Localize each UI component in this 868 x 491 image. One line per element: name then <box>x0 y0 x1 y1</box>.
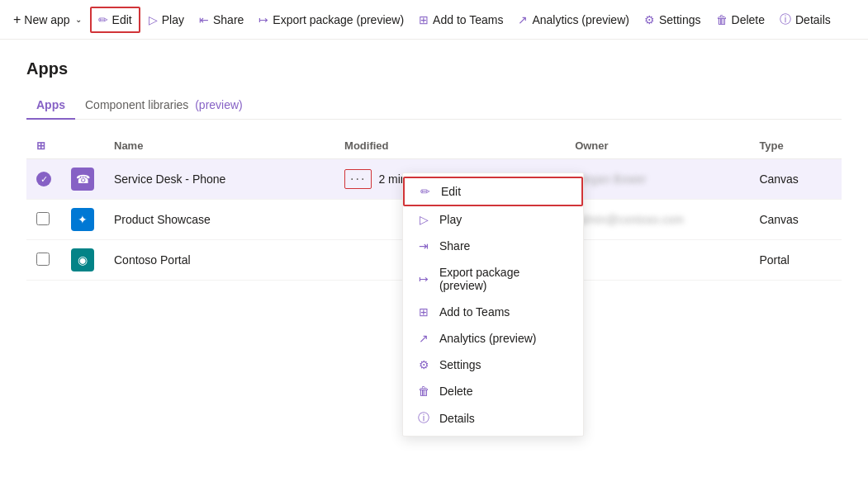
tabs: Apps Component libraries (preview) <box>26 92 842 120</box>
teams-icon: ⊞ <box>419 13 429 26</box>
tab-apps-label: Apps <box>36 98 65 111</box>
app-name: Product Showcase <box>104 200 334 240</box>
analytics-icon: ↗ <box>518 13 528 26</box>
share-icon: ⇥ <box>416 239 431 253</box>
th-icon <box>61 133 104 159</box>
app-name: Contoso Portal <box>104 240 334 281</box>
add-to-teams-button[interactable]: ⊞ Add to Teams <box>412 8 510 31</box>
edit-icon: ✏ <box>98 13 108 26</box>
analytics-label: Analytics (preview) <box>532 13 628 26</box>
play-icon: ▷ <box>149 13 158 26</box>
app-icon: ◉ <box>71 248 94 271</box>
app-type: Canvas <box>749 159 842 200</box>
owner-name: admin@contoso.com <box>565 200 749 240</box>
add-teams-label: Add to Teams <box>433 13 503 26</box>
th-owner: Owner <box>565 133 749 159</box>
context-menu-item-play[interactable]: ▷ Play <box>403 206 583 233</box>
row-checkbox[interactable] <box>36 212 50 225</box>
plus-icon: + <box>13 12 21 27</box>
main-content: Apps Apps Component libraries (preview) … <box>0 40 868 300</box>
new-app-label: New app <box>24 13 69 26</box>
owner-name-blurred: admin@contoso.com <box>575 213 684 226</box>
play-label: Play <box>162 13 184 26</box>
delete-label: Delete <box>732 13 765 26</box>
context-menu-item-export[interactable]: ↦ Export package (preview) <box>403 259 583 299</box>
context-menu-item-settings[interactable]: ⚙ Settings <box>403 352 583 378</box>
page-title: Apps <box>26 59 842 78</box>
context-menu-item-share[interactable]: ⇥ Share <box>403 233 583 259</box>
settings-icon: ⚙ <box>644 13 655 26</box>
details-icon: ⓘ <box>780 12 791 27</box>
details-label: Details <box>795 13 831 26</box>
owner-name-blurred: Megan Bower <box>575 172 646 186</box>
app-icon: ✦ <box>71 208 94 231</box>
menu-item-label: Details <box>439 412 475 425</box>
tab-apps[interactable]: Apps <box>26 92 75 120</box>
edit-label: Edit <box>112 13 132 26</box>
context-menu-item-add_teams[interactable]: ⊞ Add to Teams <box>403 299 583 325</box>
context-menu: ✏ Edit ▷ Play ⇥ Share ↦ Export package (… <box>402 172 584 437</box>
settings-button[interactable]: ⚙ Settings <box>638 8 708 31</box>
toolbar: + New app ⌄ ✏ Edit ▷ Play ⇤ Share ↦ Expo… <box>0 0 868 40</box>
analytics-button[interactable]: ↗ Analytics (preview) <box>511 8 635 31</box>
context-menu-item-edit[interactable]: ✏ Edit <box>403 177 583 206</box>
share-button[interactable]: ⇤ Share <box>192 8 250 31</box>
menu-item-label: Add to Teams <box>439 305 510 319</box>
delete-icon: 🗑 <box>716 13 728 26</box>
edit-button[interactable]: ✏ Edit <box>90 7 140 33</box>
delete-button[interactable]: 🗑 Delete <box>709 8 771 31</box>
more-options-button[interactable]: ··· <box>344 169 372 189</box>
tab-component-libraries[interactable]: Component libraries (preview) <box>75 92 253 120</box>
th-type: Type <box>749 133 842 159</box>
export-icon: ↦ <box>259 13 268 26</box>
app-icon: ☎ <box>71 168 94 191</box>
share-label: Share <box>213 13 244 26</box>
app-name: Service Desk - Phone <box>104 159 334 200</box>
menu-item-label: Edit <box>441 185 461 198</box>
settings-label: Settings <box>659 13 701 26</box>
export-button[interactable]: ↦ Export package (preview) <box>252 8 410 31</box>
preview-badge: (preview) <box>195 98 243 111</box>
row-selected-check: ✓ <box>36 172 51 186</box>
th-check: ⊞ <box>26 133 61 159</box>
menu-item-label: Delete <box>439 385 472 398</box>
play-button[interactable]: ▷ Play <box>142 8 191 31</box>
context-menu-item-analytics[interactable]: ↗ Analytics (preview) <box>403 325 583 352</box>
context-menu-item-details[interactable]: ⓘ Details <box>403 404 583 432</box>
analytics-icon: ↗ <box>416 332 431 345</box>
menu-item-label: Play <box>439 213 462 226</box>
delete-icon: 🗑 <box>416 385 431 398</box>
row-checkbox[interactable] <box>36 253 50 266</box>
filter-icon: ⊞ <box>36 139 45 152</box>
settings-icon: ⚙ <box>416 358 431 371</box>
tab-component-libraries-label: Component libraries <box>85 98 188 111</box>
export-label: Export package (preview) <box>273 13 404 26</box>
edit-icon: ✏ <box>418 185 433 198</box>
owner-name: Megan Bower <box>565 159 749 200</box>
th-name: Name <box>104 133 334 159</box>
app-type: Canvas <box>749 200 842 240</box>
menu-item-label: Settings <box>439 358 481 371</box>
menu-item-label: Analytics (preview) <box>439 332 536 345</box>
play-icon: ▷ <box>416 213 431 226</box>
menu-item-label: Export package (preview) <box>439 266 570 292</box>
details-icon: ⓘ <box>416 411 431 426</box>
table-container: ⊞ Name Modified Owner Type <box>26 133 842 281</box>
details-button[interactable]: ⓘ Details <box>773 7 837 32</box>
new-app-button[interactable]: + New app ⌄ <box>7 7 88 32</box>
context-menu-item-delete[interactable]: 🗑 Delete <box>403 378 583 404</box>
app-type: Portal <box>749 240 842 281</box>
caret-down-icon: ⌄ <box>75 15 82 24</box>
table-header-row: ⊞ Name Modified Owner Type <box>26 133 842 159</box>
owner-name <box>565 240 749 281</box>
add_teams-icon: ⊞ <box>416 305 431 319</box>
th-modified: Modified <box>334 133 565 159</box>
share-icon: ⇤ <box>199 13 209 26</box>
export-icon: ↦ <box>416 272 431 286</box>
menu-item-label: Share <box>439 239 470 253</box>
